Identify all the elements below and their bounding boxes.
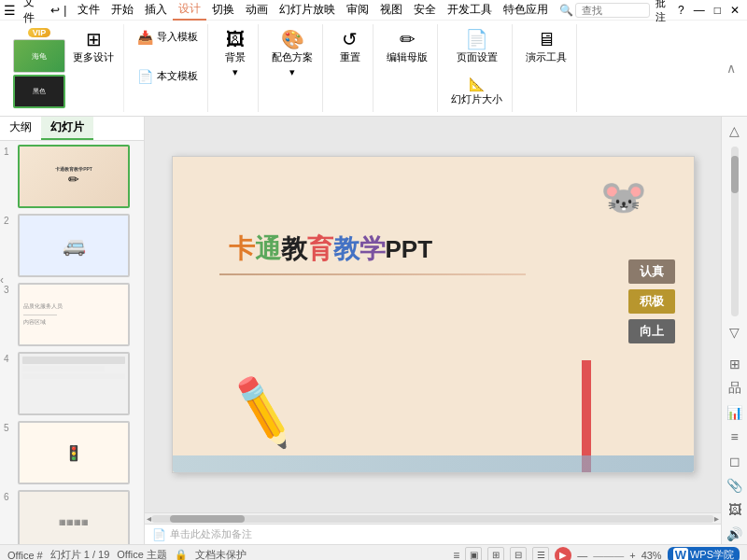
reading-view-btn[interactable]: ☰: [532, 547, 549, 561]
menu-switch[interactable]: 切换: [206, 0, 240, 20]
outline-view-btn[interactable]: ⊞: [487, 547, 504, 561]
present-tools-icon: 🖥: [537, 30, 556, 49]
h-scroll-track[interactable]: [151, 515, 714, 523]
zoom-level: 43%: [641, 550, 662, 561]
slide-6-preview: ▦▦▦▦: [18, 490, 130, 544]
import-template-button[interactable]: 📥 导入模板: [134, 28, 202, 46]
text-template-icon: 📄: [137, 70, 153, 83]
quick-undo[interactable]: ↩: [50, 4, 60, 17]
color-scheme-group: 🎨 配色方案 ▾: [262, 24, 323, 112]
zoom-out-btn[interactable]: —: [577, 550, 587, 561]
background-group: 🖼 背景 ▾: [212, 24, 259, 112]
template-group: 📥 导入模板 📄 本文模板: [128, 24, 208, 112]
office-hash: Office #: [7, 550, 43, 561]
play-button[interactable]: ▶: [555, 547, 571, 561]
view-menu-btn[interactable]: ≡: [453, 549, 459, 561]
right-vol-btn[interactable]: 🔊: [725, 524, 745, 544]
zoom-slider[interactable]: ———: [593, 550, 624, 561]
toolbar-restore[interactable]: □: [711, 3, 725, 18]
color-scheme-button[interactable]: 🎨 配色方案 ▾: [268, 28, 317, 80]
slide-thumb-6[interactable]: 6 ▦▦▦▦: [4, 490, 140, 544]
right-chart-btn[interactable]: 📊: [725, 402, 745, 423]
ribbon-collapse-btn[interactable]: ∧: [726, 61, 736, 76]
toolbar-comment[interactable]: 批注: [652, 0, 672, 25]
present-tools-group: 🖥 演示工具: [516, 24, 577, 112]
menu-home[interactable]: 开始: [106, 0, 139, 20]
right-panel: △ ▽ ⊞ 品 📊 ≡ ◻ 📎 🖼 🔊: [721, 117, 747, 544]
edit-master-button[interactable]: ✏ 编辑母版: [383, 28, 431, 66]
menu-file[interactable]: 文件: [72, 0, 106, 20]
slide-thumb-4[interactable]: 4: [4, 352, 140, 415]
horizontal-scrollbar[interactable]: ◂ ▸: [145, 512, 721, 524]
menu-view[interactable]: 视图: [374, 0, 408, 20]
slide-canvas[interactable]: 卡通教育教学PPT 🐭 认真 积极: [145, 117, 721, 512]
present-tools-button[interactable]: 🖥 演示工具: [522, 28, 571, 66]
tags-area: 认真 积极 向上: [628, 259, 675, 343]
workspace: 大纲 幻灯片 ‹ 1 卡通教育教学PPT ✏ 2 🚐: [0, 117, 747, 544]
wps-badge[interactable]: W WPS学院: [668, 547, 740, 560]
menu-design[interactable]: 设计: [173, 0, 206, 21]
page-setup-icon: 📄: [465, 30, 488, 49]
slide-thumb-3[interactable]: 3 品质化服务人员——————内容区域: [4, 283, 140, 346]
slide-4-preview: [18, 352, 130, 415]
slide-title: 卡通教育教学PPT: [229, 231, 433, 267]
menu-security[interactable]: 安全: [408, 0, 442, 20]
slide-wave: [173, 455, 694, 472]
text-template-button[interactable]: 📄 本文模板: [134, 67, 202, 85]
wps-icon: W: [673, 548, 688, 560]
right-clip-btn[interactable]: 📎: [725, 475, 745, 496]
tag-2: 积极: [628, 289, 675, 314]
right-format-btn[interactable]: ≡: [725, 427, 745, 447]
menu-special[interactable]: 特色应用: [498, 0, 554, 20]
menu-review[interactable]: 审阅: [341, 0, 374, 20]
right-shape-btn[interactable]: ◻: [725, 451, 745, 471]
import-icon: 📥: [137, 31, 153, 44]
toolbar-close[interactable]: ✕: [726, 3, 743, 18]
slide-thumb-5[interactable]: 5 🚦: [4, 421, 140, 484]
reset-button[interactable]: ↺ 重置: [336, 28, 364, 66]
menu-dev[interactable]: 开发工具: [442, 0, 498, 20]
cs-dropdown-icon: ▾: [289, 66, 295, 78]
scroll-up-btn[interactable]: △: [725, 120, 745, 141]
scroll-down-btn[interactable]: ▽: [725, 322, 745, 343]
toolbar-minimize[interactable]: —: [690, 3, 709, 18]
menu-insert[interactable]: 插入: [139, 0, 173, 20]
right-img-btn[interactable]: 🖼: [725, 499, 745, 520]
search-input[interactable]: [575, 3, 650, 18]
right-list-btn[interactable]: 品: [725, 378, 745, 399]
slide-size-button[interactable]: 📐 幻灯片大小: [447, 76, 506, 108]
design-thumb-1[interactable]: 海龟: [13, 39, 65, 73]
menu-anim[interactable]: 动画: [240, 0, 274, 20]
grid-view-btn[interactable]: ⊟: [510, 547, 527, 561]
more-design-button[interactable]: ⊞ 更多设计: [69, 28, 118, 66]
theme-info: Office 主题: [117, 548, 167, 560]
color-scheme-icon: 🎨: [281, 30, 304, 49]
design-thumb-2[interactable]: 黑色: [13, 75, 65, 108]
h-scroll-right[interactable]: ▸: [714, 513, 719, 524]
menu-slideshow[interactable]: 幻灯片放映: [274, 0, 341, 20]
normal-view-btn[interactable]: ▣: [465, 547, 482, 561]
quick-btn-file[interactable]: 文件: [20, 0, 47, 27]
notes-bar[interactable]: 📄 单击此处添加备注: [145, 524, 721, 544]
notes-placeholder[interactable]: 单击此处添加备注: [170, 527, 252, 541]
quick-access-bar: ☰ 文件 ↩ | 文件 开始 插入 设计 切换 动画 幻灯片放映 审阅 视图 安…: [0, 0, 747, 21]
zoom-in-btn[interactable]: +: [629, 550, 635, 561]
menu-icon[interactable]: ☰: [4, 3, 16, 18]
wps-label: WPS学院: [690, 548, 734, 560]
right-table-btn[interactable]: ⊞: [725, 354, 745, 374]
tab-slides[interactable]: 幻灯片: [41, 117, 93, 140]
v-scroll-track[interactable]: [731, 147, 739, 316]
tab-outline[interactable]: 大纲: [0, 117, 41, 140]
reset-icon: ↺: [342, 30, 358, 49]
page-setup-button[interactable]: 📄 页面设置: [453, 28, 501, 66]
notes-icon: 📄: [152, 528, 166, 541]
h-scroll-thumb[interactable]: [170, 515, 245, 523]
slide-thumb-2[interactable]: 2 🚐: [4, 214, 140, 277]
background-button[interactable]: 🖼 背景 ▾: [221, 28, 249, 80]
slide-thumb-1[interactable]: 1 卡通教育教学PPT ✏: [4, 145, 140, 208]
panel-collapse-btn[interactable]: ‹: [0, 273, 4, 287]
v-scroll-thumb[interactable]: [731, 156, 739, 193]
left-panel: 大纲 幻灯片 ‹ 1 卡通教育教学PPT ✏ 2 🚐: [0, 117, 145, 544]
tag-3: 向上: [628, 319, 675, 343]
toolbar-help[interactable]: ?: [674, 3, 688, 18]
